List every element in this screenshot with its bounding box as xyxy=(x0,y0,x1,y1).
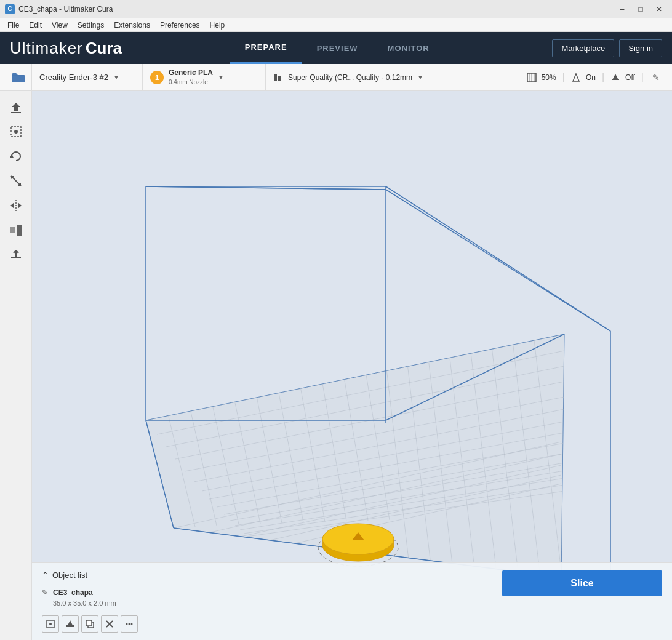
maximize-button[interactable]: □ xyxy=(633,3,649,15)
svg-marker-7 xyxy=(573,74,579,81)
svg-marker-74 xyxy=(68,620,73,625)
scale-icon xyxy=(9,174,23,188)
marketplace-button[interactable]: Marketplace xyxy=(552,39,614,57)
tab-prepare[interactable]: PREPARE xyxy=(230,32,302,64)
tool-select-button[interactable] xyxy=(5,121,27,143)
adhesion-label: Off xyxy=(625,73,635,82)
delete-icon xyxy=(105,619,114,629)
lay-flat-button[interactable] xyxy=(62,615,79,633)
material-nozzle: 0.4mm Nozzle xyxy=(169,78,213,86)
svg-rect-76 xyxy=(86,620,92,626)
menubar: File Edit View Settings Extensions Prefe… xyxy=(0,18,672,32)
menu-view[interactable]: View xyxy=(47,20,73,31)
svg-marker-10 xyxy=(12,103,20,111)
object-list-label: Object list xyxy=(52,570,87,580)
quality-label: Super Quality (CR... Quality - 0.12mm xyxy=(288,73,412,82)
app-icon-letter: C xyxy=(7,6,12,12)
logo: Ultimaker Cura xyxy=(10,39,122,58)
svg-point-13 xyxy=(14,130,18,134)
quality-chevron-icon: ▼ xyxy=(417,74,423,81)
tab-monitor[interactable]: MONITOR xyxy=(373,32,444,64)
svg-rect-21 xyxy=(10,227,15,233)
folder-icon xyxy=(12,72,25,83)
svg-point-72 xyxy=(49,623,52,625)
folder-button[interactable] xyxy=(5,64,32,91)
svg-marker-20 xyxy=(18,202,22,209)
more-actions-button[interactable] xyxy=(121,615,138,633)
nav-right: Marketplace Sign in xyxy=(552,39,662,57)
menu-extensions[interactable]: Extensions xyxy=(109,20,155,31)
svg-rect-0 xyxy=(274,74,277,81)
material-name: Generic PLA xyxy=(169,68,213,78)
svg-point-81 xyxy=(131,623,133,625)
object-edit-icon: ✎ xyxy=(42,588,48,597)
rotate-icon xyxy=(9,150,23,163)
material-info: Generic PLA 0.4mm Nozzle xyxy=(169,68,213,86)
svg-rect-8 xyxy=(612,79,619,80)
material-chevron-icon: ▼ xyxy=(218,74,224,81)
lay-flat-icon xyxy=(65,619,75,629)
bottom-panel: ⌃ Object list ✎ CE3_chapa 35.0 x 35.0 x … xyxy=(32,562,672,641)
menu-file[interactable]: File xyxy=(2,20,24,31)
quality-selector[interactable]: Super Quality (CR... Quality - 0.12mm ▼ xyxy=(266,64,522,91)
main-area xyxy=(0,91,672,640)
support-label: On xyxy=(586,73,596,82)
mirror-icon xyxy=(9,199,23,212)
titlebar-title: CE3_chapa - Ultimaker Cura xyxy=(18,5,113,14)
material-selector[interactable]: 1 Generic PLA 0.4mm Nozzle ▼ xyxy=(143,64,266,91)
separator-3: | xyxy=(641,72,644,83)
logo-cura: Cura xyxy=(86,39,122,58)
separator-2: | xyxy=(602,72,604,83)
printer-selector[interactable]: Creality Ender-3 #2 ▼ xyxy=(32,64,143,91)
svg-point-79 xyxy=(126,623,128,625)
menu-help[interactable]: Help xyxy=(205,20,230,31)
menu-preferences[interactable]: Preferences xyxy=(155,20,205,31)
menu-edit[interactable]: Edit xyxy=(24,20,47,31)
quality-icon xyxy=(273,73,283,82)
object-size: 35.0 x 35.0 x 2.0 mm xyxy=(53,598,116,609)
nav-tabs: PREPARE PREVIEW MONITOR xyxy=(230,32,444,64)
infill-icon xyxy=(527,73,537,82)
svg-rect-22 xyxy=(17,225,22,236)
center-object-button[interactable] xyxy=(42,615,59,633)
settings-edit-button[interactable]: ✎ xyxy=(650,70,662,85)
tool-rotate-button[interactable] xyxy=(5,145,27,167)
svg-marker-19 xyxy=(10,202,14,209)
minimize-button[interactable]: – xyxy=(614,3,630,15)
viewport[interactable] xyxy=(32,91,672,640)
slice-button[interactable]: Slice xyxy=(502,570,662,596)
svg-marker-14 xyxy=(10,154,14,158)
slice-section: Slice xyxy=(502,570,662,596)
signin-button[interactable]: Sign in xyxy=(619,39,662,57)
center-icon xyxy=(46,619,55,629)
svg-rect-2 xyxy=(282,73,282,74)
select-icon xyxy=(9,125,23,138)
svg-rect-73 xyxy=(66,625,74,627)
object-actions xyxy=(42,615,502,633)
object-list-header[interactable]: ⌃ Object list xyxy=(42,570,502,580)
tool-support-button[interactable] xyxy=(5,244,27,266)
delete-button[interactable] xyxy=(101,615,118,633)
titlebar: C CE3_chapa - Ultimaker Cura – □ ✕ xyxy=(0,0,672,18)
close-button[interactable]: ✕ xyxy=(651,3,667,15)
copy-button[interactable] xyxy=(81,615,98,633)
tab-preview[interactable]: PREVIEW xyxy=(302,32,373,64)
navbar: Ultimaker Cura PREPARE PREVIEW MONITOR M… xyxy=(0,32,672,64)
titlebar-left: C CE3_chapa - Ultimaker Cura xyxy=(5,4,113,14)
settings-toolbar: 50% | On | Off | ✎ xyxy=(522,70,667,85)
app-icon: C xyxy=(5,4,15,14)
toolbar: Creality Ender-3 #2 ▼ 1 Generic PLA 0.4m… xyxy=(0,64,672,91)
printer-name: Creality Ender-3 #2 xyxy=(39,73,108,82)
titlebar-controls: – □ ✕ xyxy=(614,3,667,15)
tool-scale-button[interactable] xyxy=(5,170,27,192)
copy-icon xyxy=(85,619,95,629)
tool-permodel-button[interactable] xyxy=(5,219,27,241)
tool-mirror-button[interactable] xyxy=(5,194,27,217)
svg-point-80 xyxy=(129,623,130,625)
object-section: ⌃ Object list ✎ CE3_chapa 35.0 x 35.0 x … xyxy=(42,570,502,633)
logo-ultimaker: Ultimaker xyxy=(10,39,83,58)
menu-settings[interactable]: Settings xyxy=(73,20,109,31)
tool-open-button[interactable] xyxy=(5,96,27,118)
svg-rect-11 xyxy=(11,112,21,113)
infill-percent: 50% xyxy=(542,73,556,82)
